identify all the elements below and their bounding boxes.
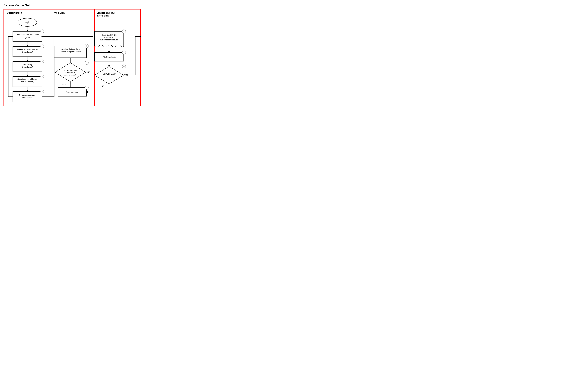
svg-marker-67 xyxy=(86,91,88,93)
no-label-10: NO xyxy=(102,85,104,87)
svg-text:Select story: Select story xyxy=(22,63,32,65)
svg-text:Create the XML file: Create the XML file xyxy=(102,34,117,36)
svg-text:(3 availables): (3 availables) xyxy=(21,66,33,68)
svg-text:8: 8 xyxy=(124,31,124,32)
svg-text:of the serious: of the serious xyxy=(65,72,75,73)
svg-text:is XML file valid?: is XML file valid? xyxy=(103,73,116,75)
svg-text:(min 1 -- max 5): (min 1 -- max 5) xyxy=(21,81,34,83)
svg-text:Error Message: Error Message xyxy=(66,91,78,93)
flowchart-diagram: Customization Validation Creation and sa… xyxy=(4,10,141,106)
page-title: Serious Game Setup xyxy=(3,3,142,7)
svg-text:Enter title name for serious: Enter title name for serious xyxy=(16,34,39,36)
svg-text:information: information xyxy=(97,14,109,17)
section-validation-label: Validation xyxy=(54,11,65,14)
svg-text:(3 availables): (3 availables) xyxy=(21,51,33,53)
svg-marker-14 xyxy=(27,60,28,62)
svg-text:have an assigned scenario: have an assigned scenario xyxy=(60,51,81,53)
svg-text:10: 10 xyxy=(123,66,125,67)
svg-marker-36 xyxy=(70,62,71,63)
section-creation-label: Creation and save xyxy=(97,11,116,14)
step10-diamond xyxy=(94,66,124,84)
svg-text:Select number of levels: Select number of levels xyxy=(17,78,37,80)
svg-marker-58 xyxy=(108,65,110,66)
svg-text:4: 4 xyxy=(42,76,43,77)
svg-marker-19 xyxy=(27,75,28,76)
svg-text:customization is saved: customization is saved xyxy=(100,39,118,41)
svg-text:Select the scenario: Select the scenario xyxy=(19,94,35,96)
step8-box xyxy=(94,31,124,46)
svg-text:The configuration: The configuration xyxy=(64,69,77,71)
svg-text:1: 1 xyxy=(42,31,43,32)
svg-text:11: 11 xyxy=(86,87,88,88)
svg-text:Validation that each level: Validation that each level xyxy=(61,48,80,50)
svg-text:3: 3 xyxy=(42,61,43,62)
svg-text:where the SG: where the SG xyxy=(104,36,114,39)
svg-marker-9 xyxy=(27,45,28,46)
svg-text:for each level: for each level xyxy=(21,96,33,99)
svg-text:2: 2 xyxy=(42,46,43,47)
begin-label: Begin xyxy=(24,21,30,23)
svg-marker-4 xyxy=(27,30,28,31)
svg-text:game is correct?: game is correct? xyxy=(64,74,76,76)
svg-text:6: 6 xyxy=(86,45,87,47)
svg-marker-54 xyxy=(108,51,110,52)
svg-text:XML file validator: XML file validator xyxy=(102,56,116,58)
svg-marker-24 xyxy=(27,90,28,92)
svg-text:7: 7 xyxy=(86,62,87,64)
svg-marker-64 xyxy=(140,36,141,37)
section-customization-label: Customization xyxy=(7,11,22,14)
svg-text:9: 9 xyxy=(124,52,124,53)
svg-text:game: game xyxy=(25,36,30,39)
svg-text:Select the main character: Select the main character xyxy=(17,48,38,51)
svg-text:5: 5 xyxy=(42,91,43,93)
yes-label-7: YES xyxy=(62,84,66,86)
